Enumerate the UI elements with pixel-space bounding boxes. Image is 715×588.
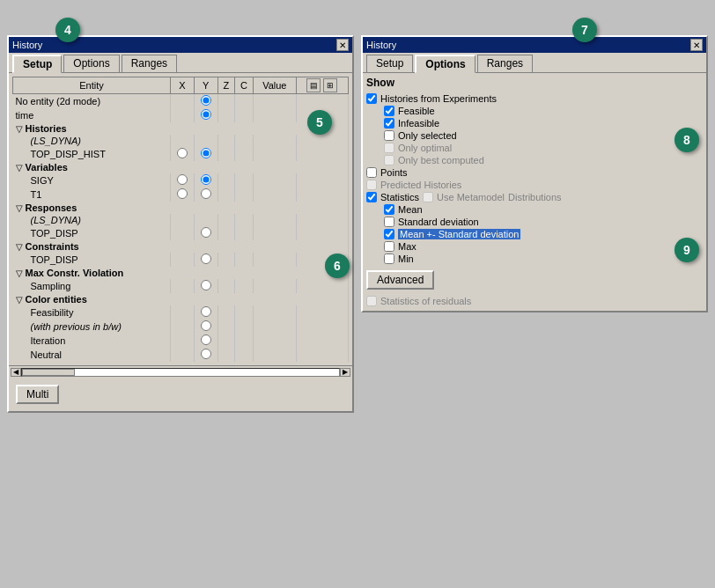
tab-options-right[interactable]: Options [415, 55, 475, 73]
checkbox-max[interactable] [384, 241, 394, 252]
option-mean: Mean [366, 203, 703, 216]
tab-ranges-right[interactable]: Ranges [477, 55, 533, 72]
radio-y[interactable] [194, 226, 217, 240]
advanced-button-container: Advanced [366, 265, 703, 295]
label-only-best-computed: Only best computed [398, 155, 484, 165]
entity-label: Iteration [13, 334, 171, 348]
radio-y[interactable] [194, 320, 217, 334]
option-min: Min [366, 253, 703, 265]
collapse-constraints[interactable]: ▽ [16, 242, 23, 252]
tab-setup-right[interactable]: Setup [366, 55, 413, 72]
radio-x[interactable] [171, 173, 195, 187]
entity-label: time [13, 108, 171, 122]
radio-value [254, 147, 296, 161]
callout-9: 9 [674, 238, 699, 262]
checkbox-histories-from-experiments[interactable] [366, 93, 377, 104]
radio-x[interactable] [171, 147, 195, 161]
label-histories-from-experiments: Histories from Experiments [380, 93, 497, 104]
label-feasible: Feasible [398, 106, 435, 116]
label-infeasible: Infeasible [398, 118, 439, 129]
col-c: C [235, 77, 254, 94]
radio-y[interactable] [194, 253, 217, 267]
radio-y[interactable] [194, 334, 217, 348]
checkbox-only-best-computed [384, 155, 394, 165]
multi-button[interactable]: Multi [16, 385, 59, 404]
checkbox-statistics[interactable] [366, 192, 377, 202]
table-row: time [13, 108, 349, 122]
tab-ranges-left[interactable]: Ranges [122, 55, 177, 72]
table-icon-2[interactable]: ⊞ [323, 78, 337, 92]
show-label: Show [366, 77, 703, 89]
checkbox-feasible[interactable] [384, 106, 394, 116]
radio-z [217, 147, 234, 161]
checkbox-mean-std[interactable] [384, 229, 394, 239]
callout-4: 4 [55, 18, 80, 42]
section-header-constraints: ▽ Constraints [13, 240, 349, 253]
advanced-button[interactable]: Advanced [366, 270, 434, 290]
checkbox-std-dev[interactable] [384, 217, 394, 227]
radio-y[interactable] [194, 108, 217, 122]
checkbox-mean[interactable] [384, 204, 394, 215]
left-panel-content: Entity X Y Z C Value ▤ ⊞ [9, 73, 352, 365]
horizontal-scrollbar[interactable]: ◀ ▶ [9, 365, 352, 378]
radio-c [235, 147, 254, 161]
radio-z [217, 94, 234, 109]
tab-options-left[interactable]: Options [63, 55, 119, 72]
entity-label-italic: (LS_DYNA) [13, 214, 171, 226]
label-only-optimal: Only optimal [398, 143, 452, 153]
right-panel-tabs: Setup Options Ranges [363, 53, 706, 73]
col-x: X [171, 77, 195, 94]
col-z: Z [217, 77, 234, 94]
left-panel-close[interactable]: ✕ [336, 39, 349, 51]
radio-y[interactable] [194, 94, 217, 109]
radio-x[interactable] [171, 187, 195, 202]
table-row: SIGY [13, 173, 349, 187]
collapse-variables[interactable]: ▽ [16, 163, 23, 173]
table-row: ▽ Histories [13, 122, 349, 135]
label-min: Min [398, 254, 414, 264]
scroll-left[interactable]: ◀ [11, 368, 21, 377]
option-max: Max [366, 240, 703, 253]
radio-y[interactable] [194, 305, 217, 320]
scrollbar-track[interactable] [21, 368, 340, 377]
right-panel-close[interactable]: ✕ [690, 39, 703, 51]
checkbox-predicted-histories [366, 180, 377, 190]
label-predicted-histories: Predicted Histories [380, 180, 461, 190]
col-entity: Entity [13, 77, 171, 94]
tab-setup-left[interactable]: Setup [12, 55, 62, 73]
checkbox-points[interactable] [366, 167, 377, 178]
radio-y[interactable] [194, 147, 217, 161]
right-panel-content: Show Histories from Experiments Feasible… [363, 73, 706, 311]
collapse-color[interactable]: ▽ [16, 295, 23, 305]
callout-6: 6 [325, 254, 350, 278]
scrollbar-thumb[interactable] [22, 369, 75, 376]
radio-x [171, 94, 195, 109]
radio-y[interactable] [194, 348, 217, 362]
entity-label: TOP_DISP [13, 226, 171, 240]
entity-label: SIGY [13, 173, 171, 187]
option-only-best-computed: Only best computed [366, 154, 703, 166]
entity-table: Entity X Y Z C Value ▤ ⊞ [12, 77, 349, 362]
checkbox-only-selected[interactable] [384, 130, 394, 141]
checkbox-use-metamodel [423, 192, 433, 202]
collapse-responses[interactable]: ▽ [16, 203, 23, 213]
section-header-color: ▽ Color entities [13, 293, 349, 305]
table-row: ▽ Responses [13, 202, 349, 214]
collapse-histories[interactable]: ▽ [16, 124, 23, 134]
checkbox-infeasible[interactable] [384, 118, 394, 129]
section-header-maxconstr: ▽ Max Constr. Violation [13, 267, 349, 279]
radio-y[interactable] [194, 173, 217, 187]
scroll-right[interactable]: ▶ [340, 368, 350, 377]
label-use-metamodel: Use Metamodel [437, 192, 505, 202]
col-icons: ▤ ⊞ [296, 77, 348, 94]
section-header-responses: ▽ Responses [13, 202, 349, 214]
checkbox-min[interactable] [384, 254, 394, 264]
option-only-optimal: Only optimal [366, 142, 703, 154]
collapse-maxconstr[interactable]: ▽ [16, 268, 23, 278]
option-std-dev: Standard deviation [366, 216, 703, 228]
radio-y[interactable] [194, 187, 217, 202]
entity-label: Sampling [13, 279, 171, 293]
right-panel-titlebar: History ✕ [363, 37, 706, 53]
radio-y[interactable] [194, 279, 217, 293]
table-icon-1[interactable]: ▤ [306, 78, 321, 92]
